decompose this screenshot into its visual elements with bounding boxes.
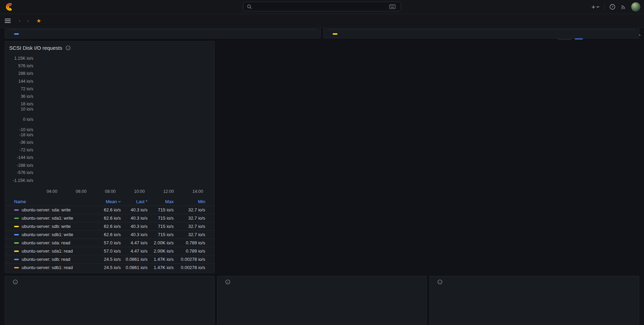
y-axis-tick: -10 io/s — [19, 127, 33, 132]
legend-series-name[interactable]: ubuntu-server: sdb1: write — [14, 232, 91, 237]
legend-row — [5, 30, 320, 38]
series-color-swatch[interactable] — [14, 33, 19, 35]
top-panel-row — [5, 27, 639, 38]
series-color-swatch[interactable] — [14, 234, 19, 235]
grafana-logo[interactable] — [4, 2, 13, 11]
y-axis: 1.15K io/s576 io/s288 io/s144 io/s72 io/… — [7, 53, 36, 188]
sort-chevron-down-icon — [118, 201, 121, 202]
panel-title[interactable]: SCSI Disk I/O requests — [9, 45, 62, 51]
legend-series-name[interactable]: ubuntu-server: sdb: read — [14, 257, 91, 262]
x-axis-tick: 14:00 — [192, 189, 203, 194]
top-nav-bar: + ? — [0, 0, 644, 14]
y-axis-tick: -1.15K io/s — [13, 178, 33, 183]
legend-table: NameMean Last *MaxMinubuntu-server: sda:… — [5, 197, 214, 271]
legend-value: 0.00278 io/s — [174, 265, 205, 270]
legend-value: 1.47K io/s — [148, 257, 174, 262]
legend-row: ubuntu-server: sda1: write62.6 io/s40.3 … — [5, 214, 214, 222]
y-axis-tick: 36 io/s — [21, 94, 33, 99]
series-color-swatch[interactable] — [14, 226, 19, 227]
legend-column-header[interactable]: Max — [148, 199, 174, 204]
legend-column-header[interactable]: Last * — [121, 199, 148, 204]
help-icon[interactable]: ? — [609, 4, 616, 10]
series-color-swatch[interactable] — [14, 251, 19, 252]
divider — [604, 4, 605, 10]
info-icon[interactable]: i — [225, 279, 230, 285]
y-axis-tick: -144 io/s — [17, 155, 33, 160]
legend-value: 4.47 io/s — [121, 240, 148, 245]
y-axis-tick: 288 io/s — [18, 71, 33, 76]
series-color-swatch[interactable] — [14, 267, 19, 268]
y-axis-tick: 0 io/s — [23, 117, 33, 122]
legend-value: 62.6 io/s — [91, 207, 121, 212]
legend-series-name[interactable]: ubuntu-server: sda: read — [14, 240, 91, 245]
x-axis-tick: 04:00 — [47, 189, 57, 194]
legend-value: 62.6 io/s — [91, 232, 121, 237]
series-color-swatch[interactable] — [14, 259, 19, 260]
y-axis-tick: 18 io/s — [21, 102, 33, 106]
legend-column-header[interactable]: Name — [14, 199, 91, 204]
y-axis-tick: -288 io/s — [17, 163, 33, 168]
search-icon — [247, 4, 252, 9]
timeseries-chart[interactable] — [36, 53, 211, 188]
legend-value: 715 io/s — [148, 207, 174, 212]
user-avatar[interactable] — [631, 2, 641, 12]
menu-hamburger-icon[interactable] — [5, 19, 11, 23]
search-input[interactable] — [243, 2, 401, 11]
y-axis-tick: -72 io/s — [19, 148, 33, 152]
series-color-swatch[interactable] — [333, 33, 337, 35]
legend-series-name[interactable]: ubuntu-server: sdb1: read — [14, 265, 91, 270]
scsi-panel-row: SCSI Disk I/O requests i1.15K io/s576 io… — [5, 41, 639, 273]
panel-nvme-disk-io-requests: i — [5, 276, 215, 325]
legend-row: ubuntu-server: sda: write62.6 io/s40.3 i… — [5, 206, 214, 214]
legend-series-name[interactable] — [333, 33, 539, 35]
series-color-swatch[interactable] — [14, 209, 19, 211]
info-icon[interactable]: i — [13, 279, 18, 285]
legend-value: 0.0861 io/s — [121, 265, 148, 270]
legend-row: ubuntu-server: sda1: read57.0 io/s4.47 i… — [5, 247, 214, 255]
legend-column-header[interactable]: Min — [174, 199, 205, 204]
series-color-swatch[interactable] — [14, 242, 19, 244]
legend-column-header[interactable]: Mean — [91, 199, 121, 204]
dashboard-toolbar: › › ★ — [0, 14, 644, 28]
y-axis-tick: 1.15K io/s — [14, 56, 33, 61]
legend-value: 0.0861 io/s — [121, 257, 148, 262]
info-icon[interactable]: i — [66, 45, 71, 50]
legend-value: 57.0 io/s — [91, 240, 121, 245]
svg-text:i: i — [227, 280, 228, 283]
add-new-button[interactable]: + — [591, 4, 599, 10]
legend-value: 0.789 io/s — [174, 240, 205, 245]
legend-row: ubuntu-server: sda: read57.0 io/s4.47 io… — [5, 239, 214, 247]
legend-series-name[interactable]: ubuntu-server: sda: write — [14, 207, 91, 212]
panel-nvme-disk-io-time: i — [429, 276, 639, 325]
legend-value: 2.00K io/s — [148, 240, 174, 245]
x-axis-tick: 06:00 — [76, 189, 87, 194]
info-icon[interactable]: i — [437, 279, 442, 285]
legend-value: 32.7 io/s — [174, 224, 205, 229]
panel-memory-partial — [5, 27, 321, 38]
series-color-swatch[interactable] — [14, 218, 19, 219]
legend-value: 40.3 io/s — [121, 232, 148, 237]
legend-series-name[interactable]: ubuntu-server: sda1: write — [14, 216, 91, 221]
legend-value: 40.3 io/s — [121, 207, 148, 212]
legend-value: 1.47K io/s — [148, 265, 174, 270]
legend-value: 32.7 io/s — [174, 232, 205, 237]
chevron-down-icon — [596, 6, 599, 8]
legend-value: 32.7 io/s — [174, 216, 205, 221]
legend-value: 62.6 io/s — [91, 224, 121, 229]
favorite-star-icon[interactable]: ★ — [36, 18, 41, 24]
legend-value: 24.5 io/s — [91, 257, 121, 262]
legend-value: 24.5 io/s — [91, 265, 121, 270]
legend-value: 40.3 io/s — [121, 224, 148, 229]
news-rss-icon[interactable] — [620, 4, 626, 10]
breadcrumb: › › — [15, 18, 32, 23]
legend-row: ubuntu-server: sdb: read24.5 io/s0.0861 … — [5, 255, 214, 263]
y-axis-tick: -18 io/s — [19, 132, 33, 137]
legend-value: 40.3 io/s — [121, 216, 148, 221]
legend-series-name[interactable] — [14, 33, 221, 35]
legend-series-name[interactable]: ubuntu-server: sda1: read — [14, 248, 91, 254]
legend-value: 0.789 io/s — [174, 248, 205, 254]
legend-row: ubuntu-server: sdb1: read24.5 io/s0.0861… — [5, 263, 214, 271]
legend-series-name[interactable]: ubuntu-server: sdb: write — [14, 224, 91, 229]
legend-row: ubuntu-server: sdb: write62.6 io/s40.3 i… — [5, 222, 214, 230]
legend-value: 32.7 io/s — [174, 207, 205, 212]
